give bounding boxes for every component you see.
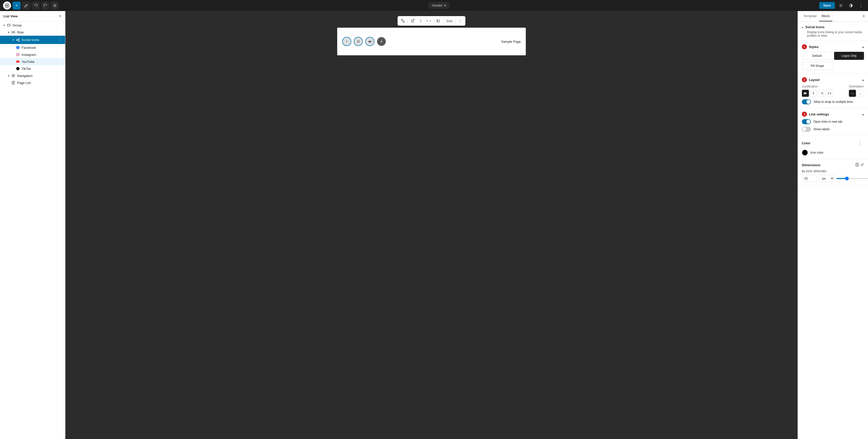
open-new-tab-toggle[interactable] <box>802 119 811 124</box>
svg-point-37 <box>421 20 422 20</box>
svg-point-36 <box>420 20 421 20</box>
add-social-icon-button[interactable]: + <box>377 37 386 46</box>
tree-item-facebook[interactable]: f Facebook <box>0 44 65 51</box>
contrast-icon-button[interactable] <box>847 1 855 9</box>
tree-item-social-icons[interactable]: ▾ Social Icons ⋮ <box>0 36 65 44</box>
svg-point-19 <box>17 54 19 55</box>
dimensions-link-icon[interactable] <box>861 163 864 167</box>
wp-logo-icon[interactable]: W <box>3 1 11 9</box>
facebook-social-circle[interactable]: f <box>342 37 351 46</box>
svg-rect-9 <box>12 31 13 33</box>
main-layout: List View × ▾ Group ▾ Row ▾ Social Icons <box>0 11 868 439</box>
tree-item-group[interactable]: ▾ Group <box>0 22 65 29</box>
layout-title: 2 Layout <box>802 77 820 82</box>
svg-point-38 <box>420 21 421 21</box>
social-icons-more-icon[interactable]: ⋮ <box>57 37 63 43</box>
tree-item-instagram[interactable]: Instagram <box>0 51 65 58</box>
block-spacing-slider[interactable] <box>836 178 868 179</box>
svg-point-5 <box>840 5 842 6</box>
tree-item-row[interactable]: ▾ Row <box>0 29 65 36</box>
align-button[interactable] <box>435 17 442 25</box>
instagram-icon <box>16 52 20 57</box>
youtube-social-circle[interactable] <box>365 37 374 46</box>
add-block-button[interactable]: + <box>12 1 21 9</box>
share-button[interactable] <box>409 17 416 25</box>
justification-label: Justification <box>802 85 833 88</box>
tree-item-page-list[interactable]: Page List <box>0 79 65 86</box>
undo-button[interactable] <box>32 1 40 9</box>
dimensions-section: Dimensions BLOCK SPACING px em rem <box>798 159 868 186</box>
justification-group: Justification <box>802 85 833 97</box>
block-spacing-unit[interactable]: px em rem <box>819 175 834 182</box>
header-label: Header <box>432 3 443 7</box>
style-pill-shape-button[interactable]: Pill Shape <box>802 62 833 70</box>
show-labels-knob <box>802 127 806 131</box>
styles-collapse-button[interactable]: ▴ <box>862 45 864 49</box>
open-new-tab-label: Open links in new tab <box>813 120 842 123</box>
dimensions-reset-icon[interactable] <box>856 163 859 167</box>
right-panel: Template Block × ▴ Social Icons Display … <box>798 11 868 439</box>
show-labels-toggle[interactable] <box>802 127 811 132</box>
block-spacing-label: BLOCK SPACING <box>802 170 864 173</box>
save-button[interactable]: Save <box>819 2 835 9</box>
svg-rect-10 <box>13 31 15 33</box>
icon-color-swatch[interactable] <box>802 150 808 156</box>
svg-rect-7 <box>7 24 10 26</box>
right-panel-close-button[interactable]: × <box>862 13 865 19</box>
style-logos-only-button[interactable]: Logos Only <box>834 52 864 60</box>
size-button[interactable]: Size <box>444 19 454 23</box>
wrap-toggle[interactable] <box>802 99 811 104</box>
styles-label: Styles <box>809 45 818 49</box>
icon-color-label: Icon color <box>810 151 824 154</box>
layout-collapse-button[interactable]: ▴ <box>862 78 864 82</box>
instagram-social-circle[interactable] <box>354 37 363 46</box>
navigation-block-icon <box>11 73 16 78</box>
transform-button[interactable] <box>399 17 407 25</box>
redo-button[interactable] <box>41 1 49 9</box>
orientation-group: Orientation → ↓ <box>849 85 864 97</box>
open-new-tab-knob <box>806 120 810 124</box>
more-options-icon[interactable]: ⋮ <box>857 1 865 9</box>
svg-line-35 <box>412 19 414 21</box>
drag-handle-icon[interactable] <box>417 17 425 25</box>
tab-template[interactable]: Template <box>801 11 819 21</box>
nav-arrows-button[interactable] <box>425 17 433 25</box>
svg-rect-61 <box>829 93 830 94</box>
settings-icon-button[interactable] <box>837 1 845 9</box>
svg-line-14 <box>17 39 18 40</box>
orient-horizontal-button[interactable]: → <box>849 90 856 97</box>
tree-item-youtube[interactable]: YouTube <box>0 58 65 65</box>
styles-step-badge: 1 <box>802 44 807 49</box>
svg-rect-56 <box>812 93 814 94</box>
tree-item-navigation[interactable]: ▾ Navigation <box>0 72 65 79</box>
svg-rect-32 <box>401 19 403 21</box>
layout-label: Layout <box>809 78 820 82</box>
justify-center-button[interactable] <box>810 90 817 97</box>
tab-block[interactable]: Block <box>819 11 832 21</box>
list-view-close-button[interactable]: × <box>59 13 62 19</box>
page-list-label: Page List <box>17 81 63 85</box>
color-more-icon[interactable]: ⋮ <box>856 139 864 147</box>
tiktok-icon: ♪ <box>16 66 20 71</box>
list-view-button[interactable] <box>51 1 59 9</box>
svg-rect-33 <box>403 21 404 22</box>
link-settings-collapse-button[interactable]: ▴ <box>862 112 864 116</box>
justify-left-button[interactable] <box>802 90 809 97</box>
wrap-toggle-row: Allow to wrap to multiple lines <box>802 99 864 104</box>
more-toolbar-icon[interactable]: ⋮ <box>456 17 464 25</box>
justify-right-button[interactable] <box>818 90 825 97</box>
tree-item-tiktok[interactable]: ♪ TikTok <box>0 65 65 72</box>
style-default-button[interactable]: Default <box>802 52 832 60</box>
header-pill[interactable]: Header ▾ <box>429 2 450 9</box>
expand-nav-icon: ▾ <box>6 74 10 78</box>
svg-point-40 <box>420 22 421 22</box>
orient-vertical-button[interactable]: ↓ <box>857 90 864 97</box>
layout-section: 2 Layout ▴ Justification <box>798 74 868 108</box>
wrap-toggle-label: Allow to wrap to multiple lines <box>813 100 853 103</box>
expand-group-icon: ▾ <box>2 23 6 27</box>
group-block-icon <box>6 23 11 27</box>
block-spacing-input[interactable] <box>802 175 817 182</box>
edit-button[interactable] <box>22 1 30 9</box>
justify-space-between-button[interactable] <box>826 90 833 97</box>
svg-rect-62 <box>856 163 859 166</box>
